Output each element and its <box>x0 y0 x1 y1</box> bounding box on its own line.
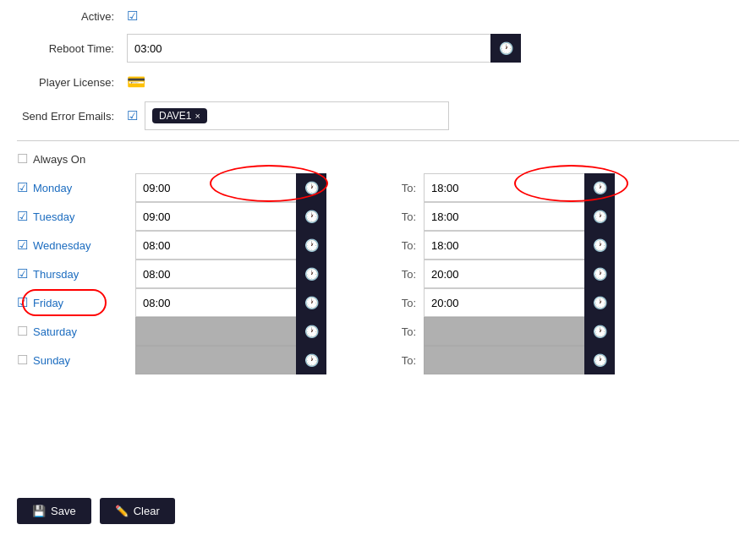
day-row-friday: ☑ Friday 🕐 To: 🕐 <box>17 288 739 317</box>
day-checkbox-wednesday[interactable]: ☑ <box>17 238 28 253</box>
always-on-label: Always On <box>33 153 85 166</box>
clock-icon: 🕐 <box>304 181 319 194</box>
reboot-time-label: Reboot Time: <box>17 42 127 55</box>
to-input-friday[interactable] <box>424 288 584 317</box>
to-clock-button-wednesday[interactable]: 🕐 <box>584 231 615 260</box>
clock-icon: 🕐 <box>499 41 513 55</box>
footer-buttons: 💾 Save ✏️ Clear <box>17 498 175 524</box>
from-input-monday[interactable] <box>135 173 296 202</box>
from-group-thursday: 🕐 <box>135 260 326 288</box>
pencil-icon: ✏️ <box>115 505 129 517</box>
day-label-sunday: Sunday <box>33 354 70 367</box>
day-checkbox-thursday[interactable]: ☑ <box>17 266 28 281</box>
day-checkbox-area-tuesday: ☑ Tuesday <box>17 209 127 224</box>
from-group-sunday: 🕐 <box>135 346 326 374</box>
day-row-wednesday: ☑ Wednesday 🕐 To: 🕐 <box>17 231 739 260</box>
to-clock-button-sunday[interactable]: 🕐 <box>584 346 615 374</box>
always-on-area: ☐ Always On <box>17 151 127 167</box>
player-license-value: 💳 <box>127 73 145 91</box>
to-clock-button-saturday[interactable]: 🕐 <box>584 317 615 346</box>
to-clock-button-monday[interactable]: 🕐 <box>584 173 615 202</box>
reboot-time-clock-button[interactable]: 🕐 <box>490 34 521 63</box>
from-input-wednesday[interactable] <box>135 231 296 260</box>
day-row-saturday: ☐ Saturday 🕐 To: 🕐 <box>17 317 739 346</box>
day-row-sunday: ☐ Sunday 🕐 To: 🕐 <box>17 346 739 374</box>
day-row-monday: ☑ Monday 🕐 To: 🕐 <box>17 173 739 202</box>
send-error-emails-row: Send Error Emails: ☑ DAVE1 × <box>17 101 739 130</box>
to-group-saturday: 🕐 <box>424 317 615 346</box>
email-tag-remove[interactable]: × <box>194 111 200 121</box>
to-clock-button-tuesday[interactable]: 🕐 <box>584 202 615 231</box>
player-license-label: Player License: <box>17 76 127 89</box>
page-container: Active: ☑ Reboot Time: 🕐 Player License:… <box>0 0 756 541</box>
email-tag: DAVE1 × <box>152 108 207 123</box>
from-group-tuesday: 🕐 <box>135 202 326 231</box>
to-input-tuesday[interactable] <box>424 202 584 231</box>
clock-icon: 🕐 <box>593 325 607 338</box>
day-checkbox-area-sunday: ☐ Sunday <box>17 352 127 368</box>
from-clock-button-saturday[interactable]: 🕐 <box>296 317 326 346</box>
to-input-thursday[interactable] <box>424 260 584 288</box>
from-group-monday: 🕐 <box>135 173 326 202</box>
clock-icon: 🕐 <box>593 296 607 309</box>
clock-icon: 🕐 <box>304 210 319 223</box>
reboot-time-value: 🕐 <box>127 34 521 63</box>
from-input-tuesday[interactable] <box>135 202 296 231</box>
to-clock-button-friday[interactable]: 🕐 <box>584 288 615 317</box>
day-checkbox-friday[interactable]: ☑ <box>17 295 28 310</box>
send-error-emails-checkbox[interactable]: ☑ <box>127 108 138 123</box>
day-label-monday: Monday <box>33 182 72 194</box>
day-checkbox-saturday[interactable]: ☐ <box>17 324 28 339</box>
send-error-emails-label: Send Error Emails: <box>17 110 127 123</box>
to-label-monday: To: <box>394 182 424 194</box>
to-label-saturday: To: <box>394 325 424 338</box>
to-group-sunday: 🕐 <box>424 346 615 374</box>
to-clock-button-thursday[interactable]: 🕐 <box>584 260 615 288</box>
day-label-wednesday: Wednesday <box>33 239 90 252</box>
from-clock-button-tuesday[interactable]: 🕐 <box>296 202 326 231</box>
from-clock-button-sunday[interactable]: 🕐 <box>296 346 326 374</box>
clear-button[interactable]: ✏️ Clear <box>100 498 175 524</box>
day-checkbox-area-wednesday: ☑ Wednesday <box>17 238 127 253</box>
reboot-time-row: Reboot Time: 🕐 <box>17 34 739 63</box>
save-button[interactable]: 💾 Save <box>17 498 91 524</box>
clock-icon: 🕐 <box>304 325 319 338</box>
active-label: Active: <box>17 10 127 23</box>
always-on-checkbox[interactable]: ☐ <box>17 151 28 167</box>
day-checkbox-tuesday[interactable]: ☑ <box>17 209 28 224</box>
from-clock-button-monday[interactable]: 🕐 <box>296 173 326 202</box>
reboot-input-wrapper: 🕐 <box>127 34 521 63</box>
clock-icon: 🕐 <box>593 210 607 223</box>
day-row-tuesday: ☑ Tuesday 🕐 To: 🕐 <box>17 202 739 231</box>
clock-icon: 🕐 <box>304 353 319 367</box>
to-input-sunday <box>424 346 584 374</box>
clear-label: Clear <box>134 505 160 517</box>
player-license-row: Player License: 💳 <box>17 73 739 91</box>
email-tag-input[interactable]: DAVE1 × <box>145 101 449 130</box>
from-input-thursday[interactable] <box>135 260 296 288</box>
credit-card-icon: 💳 <box>127 73 145 91</box>
clock-icon: 🕐 <box>304 267 319 281</box>
to-group-tuesday: 🕐 <box>424 202 615 231</box>
divider <box>17 140 739 141</box>
to-input-monday[interactable] <box>424 173 584 202</box>
send-error-emails-value: ☑ DAVE1 × <box>127 101 449 130</box>
from-group-saturday: 🕐 <box>135 317 326 346</box>
to-input-wednesday[interactable] <box>424 231 584 260</box>
day-checkbox-area-thursday: ☑ Thursday <box>17 266 127 281</box>
from-clock-button-friday[interactable]: 🕐 <box>296 288 326 317</box>
always-on-row: ☐ Always On <box>17 151 739 167</box>
from-input-friday[interactable] <box>135 288 296 317</box>
from-clock-button-wednesday[interactable]: 🕐 <box>296 231 326 260</box>
day-checkbox-monday[interactable]: ☑ <box>17 180 28 195</box>
from-group-friday: 🕐 <box>135 288 326 317</box>
from-input-saturday <box>135 317 296 346</box>
day-label-friday: Friday <box>33 297 63 309</box>
clock-icon: 🕐 <box>304 238 319 252</box>
clock-icon: 🕐 <box>593 238 607 252</box>
reboot-time-input[interactable] <box>127 34 490 63</box>
from-clock-button-thursday[interactable]: 🕐 <box>296 260 326 288</box>
active-checkbox[interactable]: ☑ <box>127 8 138 24</box>
day-checkbox-sunday[interactable]: ☐ <box>17 352 28 368</box>
to-input-saturday <box>424 317 584 346</box>
